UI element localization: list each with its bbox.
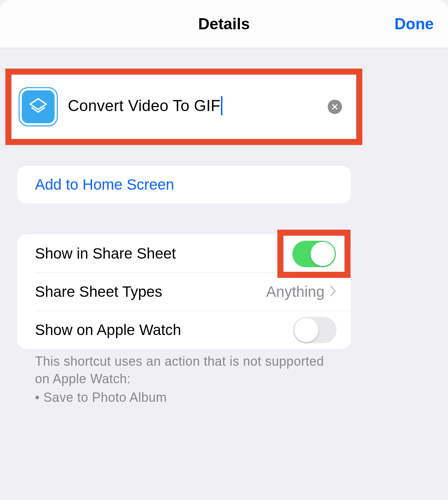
text-caret — [221, 96, 222, 115]
footer-line-2: • Save to Photo Album — [35, 389, 342, 406]
done-button[interactable]: Done — [394, 0, 434, 48]
row-value: Anything — [266, 283, 324, 300]
page-title: Details — [0, 0, 448, 48]
clear-text-button[interactable] — [328, 100, 342, 114]
add-to-home-screen-label: Add to Home Screen — [35, 176, 174, 193]
row-label: Share Sheet Types — [35, 283, 266, 300]
row-share-sheet-types[interactable]: Share Sheet Types Anything — [17, 272, 351, 311]
shortcut-name-card: Convert Video To GIF — [5, 69, 362, 145]
row-label: Show on Apple Watch — [35, 321, 293, 339]
chevron-right-icon — [329, 285, 337, 299]
footer-line-1: This shortcut uses an action that is not… — [35, 353, 342, 388]
add-to-home-screen-button[interactable]: Add to Home Screen — [17, 166, 351, 204]
row-label: Show in Share Sheet — [35, 245, 337, 262]
layers-icon — [27, 96, 49, 118]
row-show-on-apple-watch: Show on Apple Watch — [17, 311, 351, 349]
shortcut-name-input[interactable]: Convert Video To GIF — [68, 97, 328, 116]
shortcut-icon[interactable] — [19, 87, 58, 126]
footer-note: This shortcut uses an action that is not… — [35, 353, 342, 406]
share-sheet-toggle[interactable] — [292, 241, 336, 267]
apple-watch-toggle[interactable] — [293, 317, 337, 343]
close-icon — [331, 103, 338, 110]
modal-header: Details Done — [0, 0, 448, 48]
shortcut-name-text: Convert Video To GIF — [68, 97, 220, 114]
